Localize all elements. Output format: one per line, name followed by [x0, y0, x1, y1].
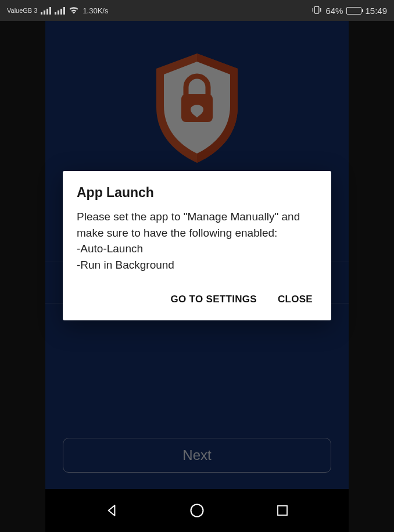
battery-icon	[346, 7, 361, 15]
svg-point-2	[191, 505, 203, 517]
close-button[interactable]: CLOSE	[275, 289, 315, 310]
navigation-bar	[45, 489, 349, 532]
app-launch-dialog: App Launch Please set the app to "Manage…	[63, 171, 331, 320]
triangle-back-icon	[104, 503, 119, 518]
home-button[interactable]	[187, 500, 207, 521]
device-frame: ValueGB 3 1.30K/s 64% 15:49	[0, 0, 394, 532]
signal-icon	[41, 7, 51, 15]
carrier-label: ValueGB 3	[7, 7, 37, 14]
go-to-settings-button[interactable]: GO TO SETTINGS	[169, 289, 259, 310]
clock: 15:49	[365, 6, 387, 16]
signal-icon	[55, 7, 65, 15]
battery-percent: 64%	[325, 6, 343, 16]
dialog-title: App Launch	[77, 185, 317, 201]
status-bar: ValueGB 3 1.30K/s 64% 15:49	[0, 0, 394, 21]
recent-apps-button[interactable]	[272, 500, 293, 521]
status-left: ValueGB 3 1.30K/s	[7, 6, 108, 16]
svg-rect-0	[315, 6, 320, 13]
dialog-body: Please set the app to "Manage Manually" …	[77, 209, 317, 273]
status-right: 64% 15:49	[311, 5, 387, 16]
svg-rect-3	[278, 506, 287, 515]
back-button[interactable]	[101, 500, 122, 521]
data-rate: 1.30K/s	[83, 6, 108, 15]
dialog-actions: GO TO SETTINGS CLOSE	[77, 285, 317, 313]
vibrate-icon	[311, 5, 322, 16]
circle-home-icon	[189, 502, 205, 519]
wifi-icon	[69, 6, 79, 16]
square-recent-icon	[275, 504, 289, 517]
